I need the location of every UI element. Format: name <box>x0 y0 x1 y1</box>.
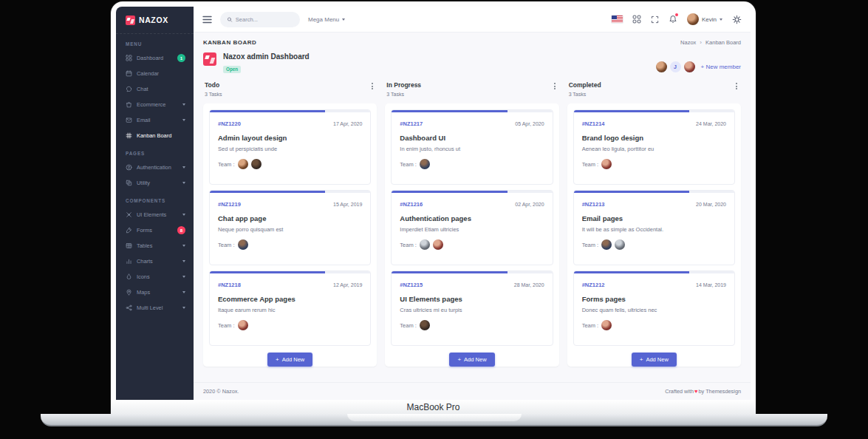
column-menu-button[interactable] <box>369 81 375 91</box>
apps-grid-icon[interactable] <box>632 15 641 24</box>
task-title[interactable]: Forms pages <box>582 295 726 303</box>
task-team-label: Team : <box>400 242 417 248</box>
sidebar-item-ui-elements[interactable]: UI Elements <box>116 207 194 222</box>
table-icon <box>126 242 132 249</box>
ecommerce-bag-icon <box>126 101 132 108</box>
sidebar-item-multi-level[interactable]: Multi Level <box>116 300 194 316</box>
task-id[interactable]: #NZ1212 <box>582 282 605 288</box>
brand-logo-icon <box>126 16 135 25</box>
task-title[interactable]: Email pages <box>582 214 726 222</box>
task-card[interactable]: #NZ121528 Mar, 2020UI Elements pagesCras… <box>391 270 553 346</box>
task-id[interactable]: #NZ1214 <box>582 120 605 127</box>
task-id[interactable]: #NZ1218 <box>218 282 241 288</box>
task-date: 20 Mar, 2020 <box>696 202 726 207</box>
user-circle-icon <box>126 164 132 171</box>
task-card[interactable]: #NZ121320 Mar, 2020Email pagesIt will be… <box>573 190 735 265</box>
task-title[interactable]: Chat app page <box>218 214 362 222</box>
sidebar-item-utility[interactable]: Utility <box>116 175 194 191</box>
chevron-down-icon <box>182 166 185 169</box>
task-title[interactable]: Admin layout design <box>218 134 362 142</box>
mega-menu-button[interactable]: Mega Menu <box>308 16 345 23</box>
task-id[interactable]: #NZ1215 <box>400 282 423 288</box>
kanban-column-todo: Todo3 Tasks#NZ122017 Apr, 2020Admin layo… <box>203 81 377 367</box>
task-description: Itaque earum rerum hic <box>218 307 362 313</box>
sidebar-item-label: Calendar <box>137 70 159 77</box>
column-menu-button[interactable] <box>734 81 739 91</box>
add-new-button[interactable]: +Add New <box>632 353 677 367</box>
breadcrumb-item-nazox[interactable]: Nazox <box>680 39 696 46</box>
sidebar-item-charts[interactable]: Charts <box>116 253 194 269</box>
task-id[interactable]: #NZ1217 <box>400 120 423 127</box>
add-new-button[interactable]: +Add New <box>449 353 494 367</box>
macbook-screen: NAZOX MENUDashboard1CalendarChatEcommerc… <box>111 1 756 414</box>
task-id[interactable]: #NZ1216 <box>400 201 423 208</box>
chevron-down-icon <box>182 291 185 293</box>
add-new-button[interactable]: +Add New <box>267 353 312 367</box>
task-team-label: Team : <box>218 242 235 248</box>
task-id[interactable]: #NZ1219 <box>218 201 241 208</box>
task-card[interactable]: #NZ121705 Apr, 2020Dashboard UIIn enim j… <box>391 109 553 185</box>
task-title[interactable]: Authentication pages <box>400 214 544 222</box>
task-id[interactable]: #NZ1220 <box>218 120 241 127</box>
task-card[interactable]: #NZ122017 Apr, 2020Admin layout designSe… <box>209 109 371 185</box>
sidebar-item-maps[interactable]: Maps <box>116 285 194 300</box>
sidebar-item-label: Forms <box>137 227 152 234</box>
sidebar-item-label: Multi Level <box>137 304 163 311</box>
task-id[interactable]: #NZ1213 <box>582 201 605 208</box>
calendar-icon <box>126 70 132 77</box>
new-member-button[interactable]: + New member <box>701 64 741 70</box>
team-member-avatar <box>656 61 667 72</box>
notifications-button[interactable] <box>669 15 677 24</box>
card-team-avatar <box>615 239 625 250</box>
sidebar-item-forms[interactable]: Forms8 <box>116 222 194 238</box>
task-description: Cras ultricies mi eu turpis <box>400 307 544 313</box>
task-title[interactable]: Brand logo design <box>582 134 726 142</box>
sidebar-item-label: Tables <box>137 242 152 249</box>
sidebar-item-kanban-board[interactable]: Kanban Board <box>116 128 194 143</box>
column-body: #NZ121705 Apr, 2020Dashboard UIIn enim j… <box>385 103 558 367</box>
fullscreen-icon[interactable] <box>651 16 659 24</box>
sidebar-item-email[interactable]: Email <box>116 112 194 128</box>
task-date: 02 Apr, 2020 <box>515 202 544 207</box>
task-card[interactable]: #NZ121812 Apr, 2019Ecommerce App pagesIt… <box>209 270 371 346</box>
card-team-avatar <box>420 320 430 330</box>
user-menu[interactable]: Kevin <box>687 13 722 25</box>
task-card[interactable]: #NZ121915 Apr, 2019Chat app pageNeque po… <box>209 190 371 265</box>
settings-gear-icon[interactable] <box>732 15 742 24</box>
search-box[interactable] <box>220 12 300 27</box>
chevron-down-icon <box>342 18 345 21</box>
card-team-avatar <box>238 239 248 250</box>
droplet-icon <box>126 273 132 280</box>
brand-logo[interactable]: NAZOX <box>116 7 194 34</box>
sidebar-item-dashboard[interactable]: Dashboard1 <box>116 50 194 66</box>
column-menu-button[interactable] <box>552 81 558 91</box>
language-flag-icon[interactable] <box>612 16 623 23</box>
breadcrumb-item-kanban: Kanban Board <box>705 39 741 46</box>
menu-hamburger-icon[interactable] <box>202 16 212 24</box>
search-input[interactable] <box>236 16 293 23</box>
sidebar-item-icons[interactable]: Icons <box>116 269 194 285</box>
task-team-label: Team : <box>218 161 235 168</box>
main-area: Mega Menu <box>194 7 751 400</box>
task-card[interactable]: #NZ121214 Mar, 2019Forms pagesDonec quam… <box>573 270 735 346</box>
sidebar-item-chat[interactable]: Chat <box>116 81 194 97</box>
task-card[interactable]: #NZ121602 Apr, 2020Authentication pagesI… <box>391 190 553 265</box>
sidebar-item-label: Chat <box>137 86 148 92</box>
task-title[interactable]: Ecommerce App pages <box>218 295 362 303</box>
sidebar-nav: MENUDashboard1CalendarChatEcommerceEmail… <box>116 34 194 316</box>
task-title[interactable]: UI Elements pages <box>400 295 544 303</box>
column-body: #NZ122017 Apr, 2020Admin layout designSe… <box>203 103 377 367</box>
task-title[interactable]: Dashboard UI <box>400 134 544 142</box>
sidebar-item-calendar[interactable]: Calendar <box>116 66 194 81</box>
task-card[interactable]: #NZ121424 Mar, 2020Brand logo designAene… <box>573 109 735 185</box>
ui-elements-icon <box>126 211 132 218</box>
sidebar-item-authentication[interactable]: Authentication <box>116 160 194 175</box>
sidebar: NAZOX MENUDashboard1CalendarChatEcommerc… <box>116 7 194 400</box>
task-team-label: Team : <box>218 322 235 329</box>
sidebar-item-ecommerce[interactable]: Ecommerce <box>116 97 194 112</box>
project-team: J + New member <box>656 61 741 72</box>
map-pin-icon <box>126 289 132 296</box>
column-task-count: 3 Tasks <box>386 92 421 97</box>
sidebar-item-tables[interactable]: Tables <box>116 238 194 253</box>
notification-dot <box>675 13 678 16</box>
